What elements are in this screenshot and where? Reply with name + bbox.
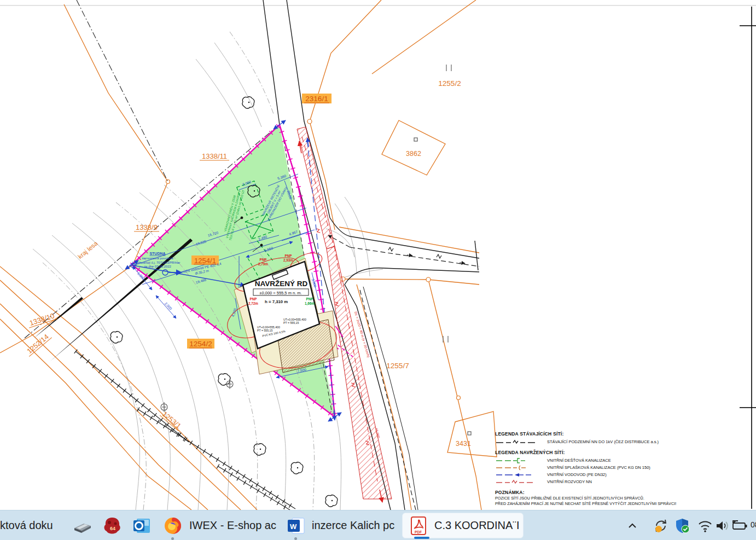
svg-text:±0,000 = 555,5 m n. m.: ±0,000 = 555,5 m n. m. (259, 291, 301, 295)
acrobat-active-indicator (414, 537, 429, 539)
svg-text:ze dne 03.06.2022: ze dne 03.06.2022 (144, 265, 171, 268)
svg-text:PNP: PNP (306, 297, 313, 301)
svg-text:2,79m: 2,79m (258, 262, 268, 266)
taskbar-title-firefox: IWEX - E-shop ac (189, 519, 276, 532)
parcel-label-1338-10: 1338/10 (27, 311, 57, 328)
taskbar-title-partial: ktová doku (0, 519, 53, 532)
legend-item-waste-sewer: VNITŘNÍ SPLAŠKOVÁ KANALIZACE (PVC KG DN … (495, 464, 753, 471)
svg-text:2,72m: 2,72m (248, 301, 258, 306)
svg-text:rozhodnutí č.j. 707/22/ZPR/Har: rozhodnutí č.j. 707/22/ZPR/Har (135, 261, 181, 264)
taskbar-button-word[interactable]: W inzerce Kalich pc (287, 510, 394, 540)
tray-volume-button[interactable] (714, 510, 730, 540)
legend-label: VNITŘNÍ DEŠŤOVÁ KANALIZACE (547, 458, 611, 463)
parcel-label-2316-1: 2316/1 (302, 94, 332, 103)
waste-sewer-sample-line (495, 465, 547, 471)
tray-sync-button[interactable] (652, 510, 670, 540)
svg-text:2316/1: 2316/1 (305, 95, 328, 103)
water-supply-sample-line (495, 472, 547, 478)
svg-text:PT = 555,15: PT = 555,15 (283, 321, 299, 324)
legend-item-nn-wiring: VNITŘNÍ ROZVODY NN (495, 478, 753, 485)
svg-text:kraj lesa: kraj lesa (77, 240, 99, 260)
taskbar-title-acrobat: C.3 KOORDINA¨I (434, 519, 520, 532)
svg-text:PT = 555,15: PT = 555,15 (257, 329, 272, 332)
taskbar-button-acrobat-active[interactable]: PDF C.3 KOORDINA¨I (402, 513, 524, 538)
taskbar-button-firefox[interactable]: IWEX - E-shop ac (163, 510, 276, 540)
acrobat-pdf-icon: PDF (409, 516, 428, 536)
svg-text:1338/10: 1338/10 (28, 311, 55, 327)
parcel-label-1338-9: 1338/9 (134, 223, 159, 231)
svg-text:NAVRŽENÝ RD: NAVRŽENÝ RD (255, 280, 308, 288)
legend: LEGENDA STÁVAJÍCÍCH SÍTÍ: STÁVAJÍCÍ PODZ… (495, 431, 753, 506)
battery-icon (731, 518, 748, 534)
legend-note-line: PŘED ZAHÁJENÍM PRACÍ JE NUTNÉ NECHAT SÍT… (495, 501, 753, 507)
tray-clock[interactable]: 08 (751, 520, 756, 529)
legend-item-rain-sewer: VNITŘNÍ DEŠŤOVÁ KANALIZACE (495, 457, 753, 464)
taskbar-button-partial[interactable]: ktová doku (0, 510, 53, 540)
svg-text:1338/9: 1338/9 (136, 223, 158, 231)
existing-nn-sample-line (495, 439, 547, 445)
svg-text:PDF: PDF (415, 530, 422, 533)
speaker-icon (714, 518, 730, 534)
taskbar: ktová doku 64 (0, 510, 756, 540)
legend-label: VNITŘNÍ VODOVOD (PE DN32) (547, 472, 607, 477)
tray-battery-button[interactable] (731, 510, 748, 540)
svg-text:W: W (290, 522, 297, 531)
firefox-running-indicator (171, 537, 174, 540)
taskbar-title-word: inzerce Kalich pc (312, 519, 394, 532)
scanner-icon (73, 516, 92, 536)
fence-lines (75, 351, 295, 510)
parcel-label-3431: 3431 (456, 440, 471, 448)
svg-text:samostatná povolená: samostatná povolená (142, 257, 173, 260)
outlook-icon (132, 516, 151, 535)
wifi-icon (697, 518, 713, 534)
svg-text:PNP: PNP (285, 254, 292, 258)
parcel-point-symbols (414, 138, 471, 435)
parcel-label-1338-11: 1338/11 (200, 152, 229, 160)
svg-text:3,000: 3,000 (311, 278, 318, 288)
parcel-label-1255-2: 1255/2 (438, 79, 461, 88)
rain-sewer-sample-line (495, 458, 547, 463)
taskbar-button-red64[interactable]: 64 (103, 510, 121, 540)
svg-text:PNP: PNP (260, 258, 267, 262)
parcel-label-1254-2: 1254/2 (187, 339, 214, 349)
svg-text:PNP: PNP (250, 297, 257, 301)
parcel-label-1255-7: 1255/7 (386, 362, 409, 370)
tray-chevron-button[interactable] (625, 510, 639, 540)
word-icon: W (287, 516, 305, 535)
svg-text:64: 64 (110, 526, 115, 531)
parcel-label-3862: 3862 (406, 150, 421, 158)
svg-text:1,66m: 1,66m (305, 301, 315, 306)
chevron-up-icon (625, 519, 639, 533)
svg-text:STUDNA: STUDNA (149, 252, 165, 256)
security-shield-icon (674, 517, 691, 535)
firefox-icon (163, 516, 183, 536)
taskbar-button-outlook[interactable] (132, 510, 151, 540)
svg-text:2,93m: 2,93m (283, 258, 293, 263)
svg-text:1252/14: 1252/14 (25, 333, 50, 356)
svg-text:h = 7,310 m: h = 7,310 m (265, 299, 288, 304)
svg-text:1338/11: 1338/11 (202, 152, 227, 160)
grass-symbols (443, 65, 451, 342)
legend-note-title: POZNÁMKA: (495, 490, 753, 495)
red64-app-icon: 64 (103, 516, 121, 536)
legend-label: VNITŘNÍ SPLAŠKOVÁ KANALIZACE (PVC KG DN … (547, 465, 650, 470)
taskbar-button-scanner[interactable] (73, 510, 92, 540)
legend-item-existing-nn: STÁVAJÍCÍ PODZEMNÍ NN DO 1kV (ČEZ DISTRI… (495, 438, 753, 445)
word-running-indicator (294, 537, 297, 540)
screenshot-root: { "map": { "parcels": { "p2316_1": "2316… (0, 0, 756, 540)
legend-proposed-title: LEGENDA NAVRŽENÝCH SÍTÍ: (495, 450, 753, 455)
legend-note-line: POZICE SÍTÍ JSOU PŘIBLIŽNÉ DLE EXISTENCÍ… (495, 496, 753, 501)
legend-item-water-supply: VNITŘNÍ VODOVOD (PE DN32) (495, 471, 753, 478)
tray-security-button[interactable] (674, 510, 691, 540)
sync-update-icon (652, 517, 670, 535)
label-kraj-lesa: kraj lesa (77, 240, 99, 260)
legend-label: VNITŘNÍ ROZVODY NN (547, 479, 592, 484)
legend-label: STÁVAJÍCÍ PODZEMNÍ NN DO 1kV (ČEZ DISTRI… (547, 439, 659, 444)
nn-wiring-sample-line (495, 479, 547, 485)
legend-existing-title: LEGENDA STÁVAJÍCÍCH SÍTÍ: (495, 431, 753, 437)
svg-text:1254/2: 1254/2 (189, 340, 212, 348)
tray-wifi-button[interactable] (697, 510, 713, 540)
